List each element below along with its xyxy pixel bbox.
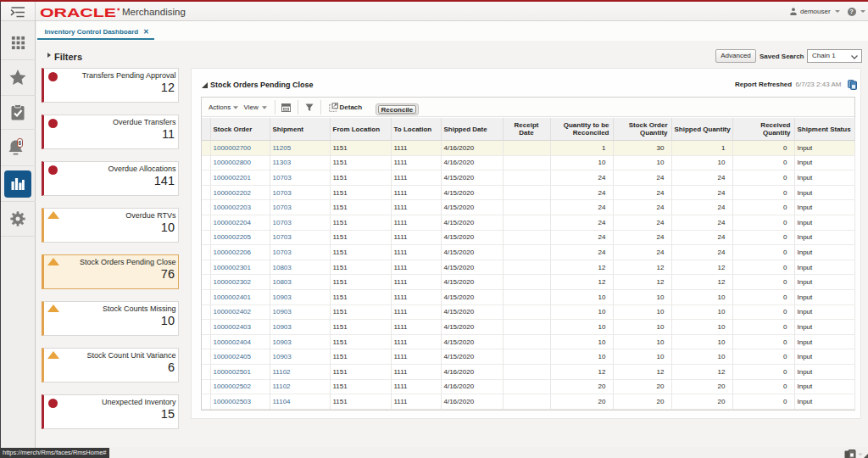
svg-text:ORACLE: ORACLE: [40, 5, 116, 19]
